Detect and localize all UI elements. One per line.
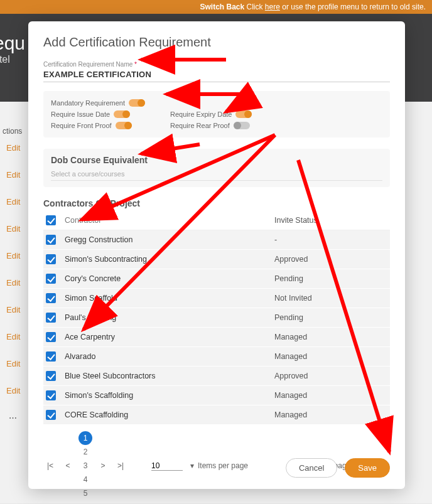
cert-name-input[interactable] [43, 68, 390, 82]
cert-name-label: Certification Requirement Name * [43, 61, 390, 68]
invite-status: Approved [274, 372, 387, 380]
table-row: AlvaradoManaged [43, 347, 390, 367]
table-row: Blue Steel SubcontractorsApproved [43, 367, 390, 386]
col-contractor: Contractor [65, 216, 274, 225]
switch-icon [116, 122, 132, 129]
invite-status: Managed [274, 333, 387, 341]
save-button[interactable]: Save [345, 458, 390, 478]
contractor-name: Cory's Concrete [65, 274, 274, 283]
invite-status: Managed [274, 352, 387, 361]
row-checkbox[interactable] [46, 351, 56, 362]
invite-status: Pending [274, 313, 387, 322]
contractors-block: Contractors On Project Contractor Invite… [43, 198, 390, 500]
invite-status: Pending [274, 274, 387, 283]
pager-page[interactable]: 4 [78, 473, 92, 486]
table-row: Simon's ScaffoldingManaged [43, 386, 390, 405]
banner-bold: Switch Back [200, 3, 244, 11]
row-checkbox[interactable] [46, 390, 56, 400]
dialog-title: Add Certification Requirement [43, 35, 390, 50]
course-equivalent-block: Dob Course Equivalent Select a course/co… [43, 149, 390, 187]
pager-page[interactable]: 3 [78, 459, 92, 473]
invite-status: - [274, 235, 387, 244]
row-checkbox[interactable] [46, 293, 56, 303]
add-cert-dialog: Add Certification Requirement Certificat… [28, 21, 405, 489]
invite-status: Approved [274, 255, 387, 264]
course-select[interactable]: Select a course/courses [51, 168, 382, 181]
contractors-heading: Contractors On Project [43, 198, 390, 208]
row-checkbox[interactable] [46, 332, 56, 342]
per-page-select[interactable] [151, 461, 183, 471]
table-row: CORE ScaffoldingManaged [43, 405, 390, 425]
toggle-expiry-date[interactable]: Require Expiry Date [170, 110, 264, 118]
table-row: Ace CarpentryManaged [43, 328, 390, 347]
contractor-name: Simon's Subcontracting [65, 255, 274, 264]
select-all-checkbox[interactable] [46, 215, 56, 225]
contractor-name: Gregg Construction [65, 235, 274, 244]
switch-icon [129, 99, 145, 107]
row-checkbox[interactable] [46, 254, 56, 264]
switch-icon [234, 122, 250, 129]
per-page-label: Items per page [198, 461, 248, 470]
row-checkbox[interactable] [46, 410, 56, 420]
pager-next[interactable]: > [96, 459, 110, 473]
contractor-name: Ace Carpentry [65, 333, 274, 341]
contractor-name: Alvarado [65, 352, 274, 361]
contractor-name: Blue Steel Subcontractors [65, 372, 274, 380]
toggle-issue-date[interactable]: Require Issue Date [51, 110, 145, 118]
switch-icon [114, 110, 130, 118]
table-row: Simon ScaffoldNot Invited [43, 289, 390, 308]
toggle-mandatory[interactable]: Mandatory Requirement [51, 99, 382, 107]
invite-status: Managed [274, 410, 387, 419]
table-row: Cory's ConcretePending [43, 269, 390, 289]
row-checkbox[interactable] [46, 235, 56, 245]
switch-icon [235, 110, 252, 118]
invite-status: Not Invited [274, 294, 387, 303]
switch-back-banner: Switch Back Click here or use the profil… [0, 0, 432, 14]
toggle-group: Mandatory Requirement Require Issue Date… [43, 91, 390, 137]
row-checkbox[interactable] [46, 274, 56, 284]
pager-first[interactable]: |< [43, 459, 57, 473]
toggle-front-proof[interactable]: Require Front Proof [51, 122, 145, 129]
pager-prev[interactable]: < [61, 459, 75, 473]
row-checkbox[interactable] [46, 313, 56, 323]
pager-page[interactable]: 5 [78, 486, 92, 500]
banner-link[interactable]: here [265, 3, 280, 11]
contractor-name: CORE Scaffolding [65, 410, 274, 419]
table-row: Paul's PaintingPending [43, 308, 390, 328]
cancel-button[interactable]: Cancel [286, 458, 337, 478]
row-checkbox[interactable] [46, 371, 56, 381]
contractor-name: Paul's Painting [65, 313, 274, 322]
invite-status: Managed [274, 391, 387, 400]
table-row: Gregg Construction- [43, 230, 390, 250]
table-row: Simon's SubcontractingApproved [43, 250, 390, 269]
pager-page[interactable]: 2 [78, 445, 92, 459]
col-status: Invite Status [274, 216, 387, 225]
table-header: Contractor Invite Status [43, 211, 390, 230]
contractor-name: Simon's Scaffolding [65, 391, 274, 400]
pager-last[interactable]: >| [114, 459, 127, 473]
toggle-rear-proof[interactable]: Require Rear Proof [170, 122, 264, 129]
course-heading: Dob Course Equivalent [51, 155, 382, 165]
pager-page[interactable]: 1 [78, 431, 92, 445]
contractor-name: Simon Scaffold [65, 294, 274, 303]
